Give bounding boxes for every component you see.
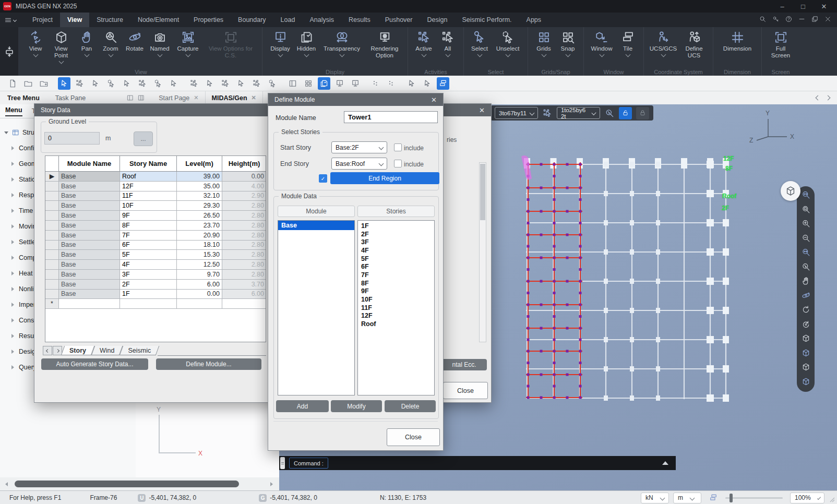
key-button[interactable] [772,15,780,25]
table-row[interactable]: Base7F20.902.80 [45,231,266,241]
grids-button[interactable]: Grids [532,29,556,56]
expand-icon[interactable] [11,303,14,307]
pages-toolbar-button[interactable] [318,77,330,90]
close-icon[interactable]: ✕ [820,3,828,10]
view-cube-button[interactable] [781,181,800,201]
expand-icon[interactable] [11,162,14,166]
story-table[interactable]: Module NameStory NameLevel(m)Height(m)▶B… [45,155,266,342]
define-module-button[interactable]: Define Module... [156,358,261,370]
doc-toolbar-button[interactable] [6,77,19,90]
zoomout-view-button[interactable] [801,233,811,243]
end-region-checkbox[interactable]: ✓ [319,174,327,183]
scroll-left-icon[interactable] [5,482,8,486]
menu-pushover[interactable]: Pushover [378,13,420,27]
command-bar-expand-icon[interactable] [662,461,668,465]
dots-toolbar-button[interactable] [385,77,398,90]
folderplus-toolbar-button[interactable] [38,77,50,90]
scrollbar-thumb[interactable] [480,164,485,220]
cubeview-view-button[interactable] [801,362,811,372]
orbit-view-button[interactable] [801,291,811,301]
add-button[interactable]: Add [276,400,329,412]
auto-generate-story-data-button[interactable]: Auto Generate Story Data... [41,358,148,370]
menu-view[interactable]: View [60,13,89,27]
rotate-button[interactable]: Rotate [123,29,147,63]
cursor-toolbar-button[interactable] [89,77,102,90]
start-story-combo[interactable]: Base:2F [331,141,387,153]
cursornode-toolbar-button[interactable] [250,77,263,90]
start-include-checkbox[interactable] [394,143,402,151]
story-item-12f[interactable]: 12F [358,312,434,320]
end-region-button[interactable]: End Region [330,172,439,184]
close-icon[interactable]: ✕ [479,106,485,114]
story-item-6f[interactable]: 6F [358,262,434,271]
menu-boundary[interactable]: Boundary [231,13,273,27]
grid-set-combo-2[interactable]: 1to25by6 2t [557,107,600,119]
vertical-scrollbar[interactable] [479,162,486,342]
ribbon-dock-button[interactable] [0,27,18,76]
tree-menu-panel-tab[interactable]: Tree Menu [0,94,47,102]
resize-grip[interactable] [830,497,835,502]
cursor-toolbar-button[interactable] [235,77,247,90]
doc-tab-midas-gen[interactable]: MIDAS/Gen✕ [206,91,263,104]
table-row[interactable]: Base9F26.502.80 [45,211,266,221]
lock-button[interactable] [636,107,649,119]
table-row[interactable]: ▶BaseRoof39.000.00 [45,172,266,182]
story-item-roof[interactable]: Roof [358,320,434,328]
cursor-toolbar-button[interactable] [204,77,216,90]
story-item-9f[interactable]: 9F [358,287,434,296]
command-bar-grip[interactable] [280,457,285,469]
zoom-level-combo[interactable]: 100% [790,493,824,503]
minimize-icon[interactable]: – [779,3,786,10]
full-screen-button[interactable]: Full Screen [766,29,796,59]
rendering-option-button[interactable]: Rendering Option [365,29,404,59]
expand-icon[interactable] [11,240,14,244]
menu-node-element[interactable]: Node/Element [130,13,186,27]
zoomwin-view-button[interactable] [801,205,811,214]
story-item-7f[interactable]: 7F [358,271,434,279]
menu-structure[interactable]: Structure [89,13,130,27]
named-button[interactable]: Named [147,29,173,63]
hand-view-button[interactable] [801,276,811,286]
expand-icon[interactable] [11,318,14,322]
command-input[interactable]: Command : [289,458,328,469]
table-row[interactable]: Base2F6.003.70 [45,280,266,290]
tile-toolbar-button[interactable] [437,77,449,90]
module-item-base[interactable]: Base [278,221,354,230]
rotate2-view-button[interactable] [801,319,811,329]
zoom-select-icon[interactable] [604,108,615,118]
zoom-slider[interactable] [725,497,783,499]
cubeview-view-button[interactable] [801,348,811,358]
menu-load[interactable]: Load [273,13,303,27]
doc-tab-start-page[interactable]: Start Page✕ [152,91,205,104]
table-row[interactable]: Base8F23.702.80 [45,221,266,231]
scrollbar-thumb[interactable] [15,481,239,487]
story-item-1f[interactable]: 1F [358,222,434,230]
stories-list-header[interactable]: Stories [357,206,435,217]
restore-small-button[interactable] [811,15,819,25]
menu-design[interactable]: Design [420,13,455,27]
zoomfit-view-button[interactable] [801,190,811,200]
menu-analysis[interactable]: Analysis [302,13,341,27]
story-item-8f[interactable]: 8F [358,279,434,287]
close-small-button[interactable] [824,15,832,25]
tile-button[interactable]: Tile [616,29,640,56]
table-row[interactable]: Base12F35.004.00 [45,182,266,191]
cursor-toolbar-button[interactable] [405,77,418,90]
expand-icon[interactable] [11,193,14,197]
unselect-button[interactable]: Unselect [492,29,524,56]
delete-button[interactable]: Delete [385,400,436,412]
expand-icon[interactable] [11,271,14,275]
story-item-5f[interactable]: 5F [358,255,434,263]
define-module-dialog-titlebar[interactable]: Define Module ✕ [268,93,443,106]
story-item-2f[interactable]: 2F [358,230,434,238]
close-icon[interactable]: ✕ [252,94,256,101]
cursornode-toolbar-button[interactable] [74,77,86,90]
menu-seismic-perform[interactable]: Seismic Perform. [455,13,519,27]
display-button[interactable]: Display [266,29,294,59]
cursordashed-toolbar-button[interactable] [266,77,279,90]
close-icon[interactable]: ✕ [194,94,198,101]
cursor-toolbar-button[interactable] [168,77,180,90]
cursornode-toolbar-button[interactable] [188,77,200,90]
folder-toolbar-button[interactable] [22,77,34,90]
story-item-10f[interactable]: 10F [358,295,434,304]
